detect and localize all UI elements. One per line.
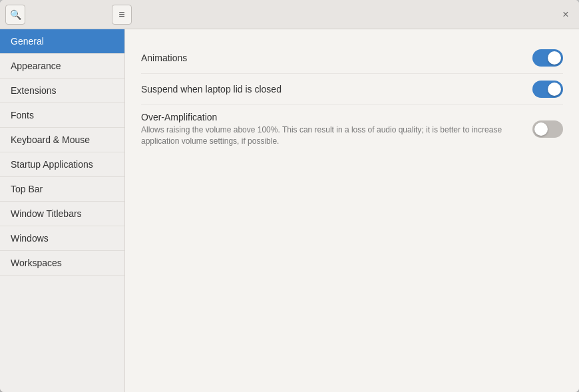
sidebar-item-window-titlebars[interactable]: Window Titlebars <box>0 202 124 226</box>
sidebar-item-general[interactable]: General <box>0 29 124 54</box>
titlebar-left: 🔍 ≡ <box>5 5 132 25</box>
toggle-thumb-suspend-laptop-lid <box>548 83 561 96</box>
sidebar-item-extensions[interactable]: Extensions <box>0 79 124 103</box>
sidebar-item-workspaces[interactable]: Workspaces <box>0 251 124 276</box>
main-window: 🔍 ≡ × GeneralAppearanceExtensionsFontsKe… <box>0 0 579 392</box>
toggle-thumb-over-amplification <box>534 122 548 136</box>
setting-label-over-amplification: Over-Amplification <box>141 112 532 122</box>
toggle-thumb-animations <box>548 51 561 65</box>
setting-row-animations: Animations <box>141 43 563 74</box>
setting-text-over-amplification: Over-AmplificationAllows raising the vol… <box>141 112 532 147</box>
search-button[interactable]: 🔍 <box>5 5 25 25</box>
sidebar-item-appearance[interactable]: Appearance <box>0 54 124 79</box>
menu-icon: ≡ <box>118 9 124 21</box>
sidebar-item-windows[interactable]: Windows <box>0 226 124 251</box>
titlebar: 🔍 ≡ × <box>0 0 579 29</box>
toggle-track-animations <box>532 49 563 67</box>
titlebar-right: × <box>547 7 574 23</box>
setting-row-suspend-laptop-lid: Suspend when laptop lid is closed <box>141 74 563 105</box>
setting-label-animations: Animations <box>141 53 532 63</box>
setting-desc-over-amplification: Allows raising the volume above 100%. Th… <box>141 124 527 147</box>
close-icon: × <box>562 9 568 21</box>
sidebar-item-startup-applications[interactable]: Startup Applications <box>0 152 124 177</box>
search-icon: 🔍 <box>10 9 21 20</box>
setting-text-suspend-laptop-lid: Suspend when laptop lid is closed <box>141 84 532 95</box>
toggle-track-over-amplification <box>532 120 563 138</box>
setting-text-animations: Animations <box>141 53 532 63</box>
sidebar-item-fonts[interactable]: Fonts <box>0 103 124 128</box>
sidebar-item-keyboard-mouse[interactable]: Keyboard & Mouse <box>0 128 124 152</box>
toggle-over-amplification[interactable] <box>532 120 563 138</box>
close-button[interactable]: × <box>558 7 574 23</box>
toggle-track-suspend-laptop-lid <box>532 81 563 98</box>
sidebar-item-top-bar[interactable]: Top Bar <box>0 177 124 202</box>
sidebar: GeneralAppearanceExtensionsFontsKeyboard… <box>0 29 125 392</box>
toggle-animations[interactable] <box>532 49 563 67</box>
setting-row-over-amplification: Over-AmplificationAllows raising the vol… <box>141 105 563 154</box>
setting-label-suspend-laptop-lid: Suspend when laptop lid is closed <box>141 84 532 95</box>
menu-button[interactable]: ≡ <box>112 5 132 25</box>
main-content: AnimationsSuspend when laptop lid is clo… <box>125 29 579 392</box>
content-area: GeneralAppearanceExtensionsFontsKeyboard… <box>0 29 579 392</box>
toggle-suspend-laptop-lid[interactable] <box>532 81 563 98</box>
